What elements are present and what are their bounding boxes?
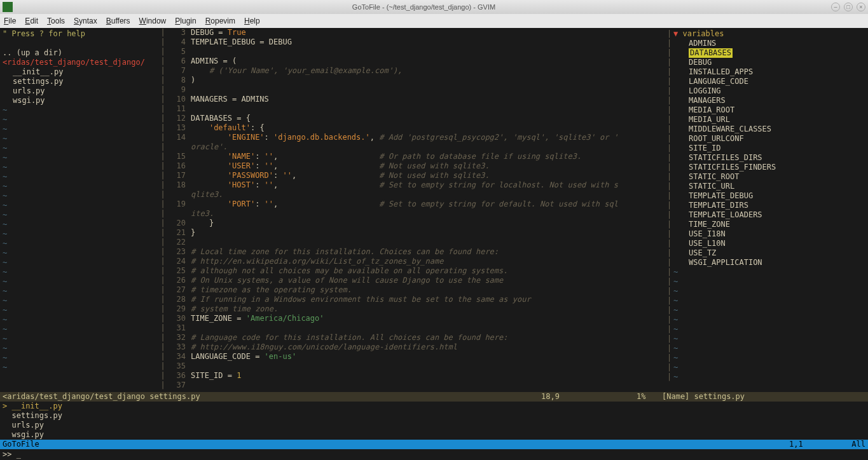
code-line[interactable]: # system time zone. — [191, 304, 665, 314]
gotofile-results[interactable]: __init__.pysettings.pyurls.pywsgi.py — [0, 402, 868, 440]
code-line[interactable]: # On Unix systems, a value of None will … — [191, 276, 665, 285]
code-line[interactable] — [191, 104, 665, 114]
code-line[interactable]: 'PASSWORD': '', # Not used with sqlite3. — [191, 171, 665, 180]
fold-icon[interactable]: ▼ — [673, 29, 682, 38]
code-line[interactable] — [191, 323, 665, 333]
taglist-item[interactable]: |TIME_ZONE — [667, 220, 865, 229]
taglist-item[interactable]: |STATIC_ROOT — [667, 172, 865, 182]
explorer-file[interactable]: __init__.py — [3, 67, 156, 77]
code-line[interactable]: TEMPLATE_DEBUG = DEBUG — [191, 37, 665, 47]
explorer-updir[interactable]: .. (up a dir) — [3, 48, 156, 58]
menu-ropevim[interactable]: Ropevim — [205, 17, 235, 25]
code-line[interactable]: 'ENGINE': 'django.db.backends.', # Add '… — [191, 133, 665, 142]
taglist-item[interactable]: |INSTALLED_APPS — [667, 67, 865, 77]
taglist-item[interactable]: |MEDIA_URL — [667, 115, 865, 125]
menu-plugin[interactable]: Plugin — [175, 17, 196, 25]
code-line[interactable]: SITE_ID = 1 — [191, 371, 665, 381]
code-line[interactable]: # Language code for this installation. A… — [191, 333, 665, 342]
maximize-button[interactable]: □ — [844, 3, 853, 11]
code-line[interactable]: # timezone as the operating system. — [191, 285, 665, 295]
code-line[interactable]: TIME_ZONE = 'America/Chicago' — [191, 314, 665, 323]
code-line[interactable]: ite3. — [191, 209, 665, 219]
taglist-item[interactable]: |TEMPLATE_DIRS — [667, 201, 865, 210]
taglist-item[interactable]: |MIDDLEWARE_CLASSES — [667, 125, 865, 134]
taglist-item[interactable]: |USE_L10N — [667, 239, 865, 248]
explorer-hint: " Press ? for help — [3, 29, 156, 39]
code-line[interactable]: 'PORT': '', # Set to empty string for de… — [191, 200, 665, 209]
code-line[interactable]: # ('Your Name', 'your_email@example.com'… — [191, 66, 665, 76]
editor-pane[interactable]: |||||||||||||||||||||||||||||||||||||| 3… — [159, 28, 665, 392]
taglist-item[interactable]: |STATIC_URL — [667, 182, 865, 191]
code-line[interactable]: qlite3. — [191, 190, 665, 200]
file-explorer[interactable]: " Press ? for help .. (up a dir) <ridas/… — [0, 28, 159, 392]
taglist-item[interactable]: |LANGUAGE_CODE — [667, 77, 865, 86]
code-content[interactable]: DEBUG = TrueTEMPLATE_DEBUG = DEBUGADMINS… — [191, 28, 665, 392]
menu-tools[interactable]: Tools — [47, 17, 65, 25]
tag-list[interactable]: |▼ variables |ADMINS|DATABASES|DEBUG|INS… — [665, 28, 868, 392]
status-tagbar: [Name] settings.py — [662, 392, 865, 402]
code-line[interactable] — [191, 85, 665, 95]
taglist-item[interactable]: |MEDIA_ROOT — [667, 105, 865, 115]
code-line[interactable]: 'NAME': '', # Or path to database file i… — [191, 152, 665, 161]
taglist-item[interactable]: |DATABASES — [667, 48, 865, 58]
code-line[interactable]: } — [191, 228, 665, 238]
code-line[interactable]: DATABASES = { — [191, 114, 665, 123]
code-line[interactable]: ADMINS = ( — [191, 57, 665, 66]
window-titlebar: GoToFile - (~/test_django/test_django) -… — [0, 0, 868, 14]
taglist-item[interactable]: |ROOT_URLCONF — [667, 134, 865, 144]
code-line[interactable]: oracle'. — [191, 142, 665, 152]
gotofile-item[interactable]: wsgi.py — [3, 430, 865, 440]
code-line[interactable]: ) — [191, 76, 665, 85]
menu-edit[interactable]: Edit — [25, 17, 38, 25]
menu-buffers[interactable]: Buffers — [106, 17, 130, 25]
explorer-file[interactable]: wsgi.py — [3, 96, 156, 105]
code-line[interactable] — [191, 47, 665, 57]
taglist-item[interactable]: |SITE_ID — [667, 144, 865, 153]
code-line[interactable]: # although not all choices may be availa… — [191, 266, 665, 276]
code-line[interactable]: LANGUAGE_CODE = 'en-us' — [191, 352, 665, 362]
code-line[interactable] — [191, 238, 665, 247]
menubar: File Edit Tools Syntax Buffers Window Pl… — [0, 14, 868, 28]
code-line[interactable]: # If running in a Windows environment th… — [191, 295, 665, 304]
taglist-header: variables — [682, 29, 724, 38]
line-numbers: 3456789101112131415161718192021222324252… — [167, 28, 191, 392]
taglist-item[interactable]: |LOGGING — [667, 86, 865, 96]
code-line[interactable]: 'USER': '', # Not used with sqlite3. — [191, 161, 665, 171]
taglist-item[interactable]: |USE_I18N — [667, 229, 865, 239]
gotofile-item[interactable]: urls.py — [3, 421, 865, 430]
menu-window[interactable]: Window — [139, 17, 167, 25]
close-button[interactable]: × — [857, 3, 865, 11]
code-line[interactable] — [191, 362, 665, 371]
taglist-item[interactable]: |STATICFILES_DIRS — [667, 153, 865, 163]
taglist-item[interactable]: |USE_TZ — [667, 248, 865, 258]
code-line[interactable]: # http://www.i18nguy.com/unicode/languag… — [191, 342, 665, 352]
menu-file[interactable]: File — [4, 17, 16, 25]
code-line[interactable]: } — [191, 219, 665, 228]
taglist-item[interactable]: |WSGI_APPLICATION — [667, 258, 865, 267]
code-line[interactable]: # Local time zone for this installation.… — [191, 247, 665, 257]
taglist-item[interactable]: |ADMINS — [667, 39, 865, 48]
minimize-button[interactable]: – — [831, 3, 840, 11]
status-percent: 1% — [637, 392, 662, 402]
code-line[interactable]: # http://en.wikipedia.org/wiki/List_of_t… — [191, 257, 665, 266]
explorer-file[interactable]: settings.py — [3, 77, 156, 86]
code-line[interactable]: DEBUG = True — [191, 28, 665, 37]
code-line[interactable] — [191, 381, 665, 390]
command-line[interactable]: >> _ — [0, 449, 868, 460]
status-file: <aridas/test_django/test_django settings… — [3, 392, 541, 402]
gotofile-item[interactable]: settings.py — [3, 411, 865, 421]
code-line[interactable]: 'default': { — [191, 123, 665, 133]
statusbar-main: <aridas/test_django/test_django settings… — [0, 392, 868, 402]
code-line[interactable]: MANAGERS = ADMINS — [191, 95, 665, 104]
gotofile-item[interactable]: __init__.py — [3, 402, 865, 411]
taglist-item[interactable]: |TEMPLATE_DEBUG — [667, 191, 865, 201]
taglist-item[interactable]: |DEBUG — [667, 58, 865, 67]
taglist-item[interactable]: |MANAGERS — [667, 96, 865, 105]
menu-help[interactable]: Help — [244, 17, 260, 25]
menu-syntax[interactable]: Syntax — [74, 17, 97, 25]
taglist-item[interactable]: |TEMPLATE_LOADERS — [667, 210, 865, 220]
taglist-item[interactable]: |STATICFILES_FINDERS — [667, 163, 865, 172]
code-line[interactable]: 'HOST': '', # Set to empty string for lo… — [191, 180, 665, 190]
gotofile-statusbar: GoToFile 1,1 All — [0, 440, 868, 449]
explorer-file[interactable]: urls.py — [3, 86, 156, 96]
